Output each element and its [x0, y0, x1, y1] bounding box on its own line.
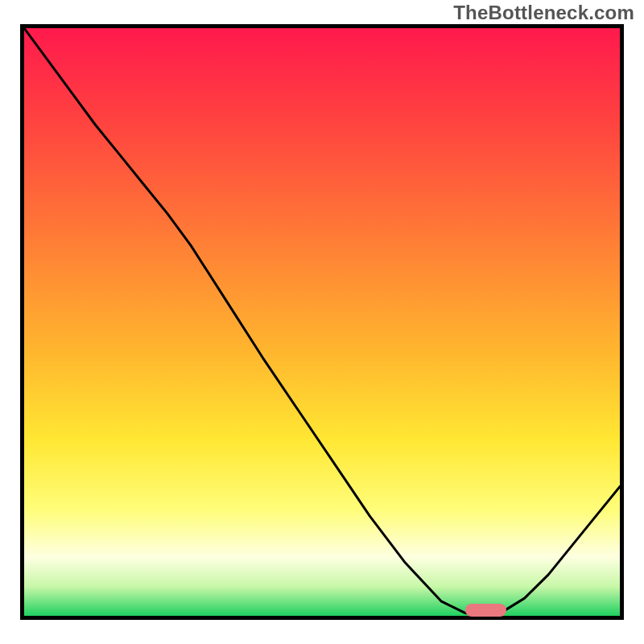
gradient-background: [24, 28, 620, 616]
chart-container: TheBottleneck.com: [0, 0, 644, 644]
watermark-text: TheBottleneck.com: [453, 2, 634, 24]
plot-svg: [24, 28, 620, 616]
optimal-marker: [465, 604, 507, 617]
plot-area: [20, 24, 624, 620]
